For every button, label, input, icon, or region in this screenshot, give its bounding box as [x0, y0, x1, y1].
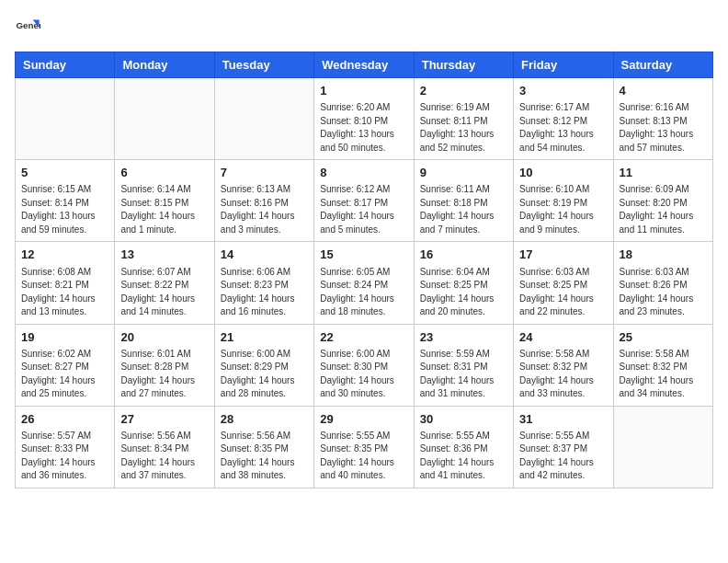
- day-info: Sunrise: 6:03 AM Sunset: 8:26 PM Dayligh…: [620, 266, 707, 319]
- calendar-cell: 13Sunrise: 6:07 AM Sunset: 8:22 PM Dayli…: [115, 242, 214, 324]
- day-info: Sunrise: 6:10 AM Sunset: 8:19 PM Dayligh…: [519, 183, 607, 236]
- day-number: 9: [420, 165, 507, 181]
- day-number: 28: [221, 411, 308, 428]
- calendar-table: SundayMondayTuesdayWednesdayThursdayFrid…: [15, 52, 713, 488]
- calendar-cell: 4Sunrise: 6:16 AM Sunset: 8:13 PM Daylig…: [613, 78, 712, 160]
- day-number: 24: [519, 329, 607, 346]
- day-number: 6: [120, 165, 208, 181]
- day-info: Sunrise: 6:09 AM Sunset: 8:20 PM Dayligh…: [620, 183, 707, 236]
- day-number: 11: [620, 165, 707, 181]
- calendar-cell: 25Sunrise: 5:58 AM Sunset: 8:32 PM Dayli…: [613, 324, 712, 406]
- day-number: 8: [320, 165, 407, 181]
- day-info: Sunrise: 6:17 AM Sunset: 8:12 PM Dayligh…: [519, 101, 607, 155]
- day-number: 23: [420, 329, 507, 346]
- day-info: Sunrise: 6:16 AM Sunset: 8:13 PM Dayligh…: [620, 101, 707, 155]
- day-info: Sunrise: 6:00 AM Sunset: 8:30 PM Dayligh…: [320, 348, 407, 401]
- day-info: Sunrise: 6:15 AM Sunset: 8:14 PM Dayligh…: [21, 183, 108, 236]
- day-number: 15: [320, 247, 407, 263]
- day-number: 29: [320, 411, 407, 428]
- day-info: Sunrise: 6:06 AM Sunset: 8:23 PM Dayligh…: [221, 266, 308, 319]
- day-info: Sunrise: 6:07 AM Sunset: 8:22 PM Dayligh…: [120, 266, 208, 319]
- day-number: 12: [21, 247, 108, 263]
- calendar-cell: 15Sunrise: 6:05 AM Sunset: 8:24 PM Dayli…: [314, 242, 414, 324]
- day-number: 31: [519, 411, 607, 428]
- calendar-cell: 26Sunrise: 5:57 AM Sunset: 8:33 PM Dayli…: [16, 406, 115, 488]
- day-info: Sunrise: 6:00 AM Sunset: 8:29 PM Dayligh…: [221, 348, 308, 401]
- day-info: Sunrise: 6:03 AM Sunset: 8:25 PM Dayligh…: [519, 266, 607, 319]
- calendar-cell: 30Sunrise: 5:55 AM Sunset: 8:36 PM Dayli…: [414, 406, 513, 488]
- day-number: 25: [620, 329, 707, 346]
- day-number: 5: [21, 165, 108, 181]
- weekday-header-monday: Monday: [115, 52, 214, 78]
- day-number: 21: [221, 329, 308, 346]
- weekday-header-sunday: Sunday: [16, 52, 115, 78]
- weekday-header-wednesday: Wednesday: [314, 52, 414, 78]
- calendar-week-row: 12Sunrise: 6:08 AM Sunset: 8:21 PM Dayli…: [16, 242, 713, 324]
- day-info: Sunrise: 6:05 AM Sunset: 8:24 PM Dayligh…: [320, 266, 407, 319]
- calendar-cell: 20Sunrise: 6:01 AM Sunset: 8:28 PM Dayli…: [115, 324, 214, 406]
- calendar-cell: 24Sunrise: 5:58 AM Sunset: 8:32 PM Dayli…: [514, 324, 613, 406]
- calendar-cell: 12Sunrise: 6:08 AM Sunset: 8:21 PM Dayli…: [16, 242, 115, 324]
- calendar-cell: [16, 78, 115, 160]
- day-info: Sunrise: 6:14 AM Sunset: 8:15 PM Dayligh…: [120, 183, 208, 236]
- calendar-cell: 18Sunrise: 6:03 AM Sunset: 8:26 PM Dayli…: [613, 242, 712, 324]
- calendar-cell: 28Sunrise: 5:56 AM Sunset: 8:35 PM Dayli…: [214, 406, 313, 488]
- day-info: Sunrise: 6:13 AM Sunset: 8:16 PM Dayligh…: [221, 183, 308, 236]
- calendar-cell: 5Sunrise: 6:15 AM Sunset: 8:14 PM Daylig…: [16, 160, 115, 242]
- weekday-header-row: SundayMondayTuesdayWednesdayThursdayFrid…: [16, 52, 713, 78]
- calendar-cell: 8Sunrise: 6:12 AM Sunset: 8:17 PM Daylig…: [314, 160, 414, 242]
- day-number: 30: [420, 411, 507, 428]
- day-info: Sunrise: 5:55 AM Sunset: 8:36 PM Dayligh…: [420, 430, 507, 483]
- day-info: Sunrise: 5:56 AM Sunset: 8:34 PM Dayligh…: [120, 430, 208, 483]
- day-info: Sunrise: 6:02 AM Sunset: 8:27 PM Dayligh…: [21, 348, 108, 401]
- day-info: Sunrise: 5:57 AM Sunset: 8:33 PM Dayligh…: [21, 430, 108, 483]
- day-number: 22: [320, 329, 407, 346]
- calendar-cell: 6Sunrise: 6:14 AM Sunset: 8:15 PM Daylig…: [115, 160, 214, 242]
- day-info: Sunrise: 6:19 AM Sunset: 8:11 PM Dayligh…: [420, 101, 507, 155]
- calendar-week-row: 1Sunrise: 6:20 AM Sunset: 8:10 PM Daylig…: [16, 78, 713, 160]
- calendar-cell: 2Sunrise: 6:19 AM Sunset: 8:11 PM Daylig…: [414, 78, 513, 160]
- weekday-header-tuesday: Tuesday: [214, 52, 313, 78]
- calendar-cell: 10Sunrise: 6:10 AM Sunset: 8:19 PM Dayli…: [514, 160, 613, 242]
- day-number: 27: [120, 411, 208, 428]
- day-number: 7: [221, 165, 308, 181]
- calendar-cell: [214, 78, 313, 160]
- day-number: 3: [519, 83, 607, 99]
- calendar-cell: 27Sunrise: 5:56 AM Sunset: 8:34 PM Dayli…: [115, 406, 214, 488]
- calendar-week-row: 26Sunrise: 5:57 AM Sunset: 8:33 PM Dayli…: [16, 406, 713, 488]
- calendar-cell: 29Sunrise: 5:55 AM Sunset: 8:35 PM Dayli…: [314, 406, 414, 488]
- day-number: 2: [420, 83, 507, 99]
- day-info: Sunrise: 6:12 AM Sunset: 8:17 PM Dayligh…: [320, 183, 407, 236]
- day-number: 17: [519, 247, 607, 263]
- calendar-cell: [115, 78, 214, 160]
- weekday-header-friday: Friday: [514, 52, 613, 78]
- calendar-week-row: 5Sunrise: 6:15 AM Sunset: 8:14 PM Daylig…: [16, 160, 713, 242]
- calendar-cell: 22Sunrise: 6:00 AM Sunset: 8:30 PM Dayli…: [314, 324, 414, 406]
- logo-icon: General: [15, 15, 40, 40]
- calendar-cell: 21Sunrise: 6:00 AM Sunset: 8:29 PM Dayli…: [214, 324, 313, 406]
- calendar-cell: 3Sunrise: 6:17 AM Sunset: 8:12 PM Daylig…: [514, 78, 613, 160]
- day-number: 26: [21, 411, 108, 428]
- day-info: Sunrise: 5:55 AM Sunset: 8:35 PM Dayligh…: [320, 430, 407, 483]
- calendar-cell: 19Sunrise: 6:02 AM Sunset: 8:27 PM Dayli…: [16, 324, 115, 406]
- day-number: 4: [620, 83, 707, 99]
- day-info: Sunrise: 6:20 AM Sunset: 8:10 PM Dayligh…: [320, 101, 407, 155]
- day-number: 10: [519, 165, 607, 181]
- day-info: Sunrise: 6:11 AM Sunset: 8:18 PM Dayligh…: [420, 183, 507, 236]
- calendar-cell: [613, 406, 712, 488]
- calendar-cell: 17Sunrise: 6:03 AM Sunset: 8:25 PM Dayli…: [514, 242, 613, 324]
- calendar-cell: 7Sunrise: 6:13 AM Sunset: 8:16 PM Daylig…: [214, 160, 313, 242]
- calendar-cell: 1Sunrise: 6:20 AM Sunset: 8:10 PM Daylig…: [314, 78, 414, 160]
- weekday-header-thursday: Thursday: [414, 52, 513, 78]
- day-info: Sunrise: 6:01 AM Sunset: 8:28 PM Dayligh…: [120, 348, 208, 401]
- day-number: 14: [221, 247, 308, 263]
- day-number: 13: [120, 247, 208, 263]
- day-number: 18: [620, 247, 707, 263]
- calendar-cell: 31Sunrise: 5:55 AM Sunset: 8:37 PM Dayli…: [514, 406, 613, 488]
- day-info: Sunrise: 5:58 AM Sunset: 8:32 PM Dayligh…: [620, 348, 707, 401]
- calendar-cell: 11Sunrise: 6:09 AM Sunset: 8:20 PM Dayli…: [613, 160, 712, 242]
- day-info: Sunrise: 5:55 AM Sunset: 8:37 PM Dayligh…: [519, 430, 607, 483]
- calendar-cell: 16Sunrise: 6:04 AM Sunset: 8:25 PM Dayli…: [414, 242, 513, 324]
- day-info: Sunrise: 6:08 AM Sunset: 8:21 PM Dayligh…: [21, 266, 108, 319]
- calendar-cell: 14Sunrise: 6:06 AM Sunset: 8:23 PM Dayli…: [214, 242, 313, 324]
